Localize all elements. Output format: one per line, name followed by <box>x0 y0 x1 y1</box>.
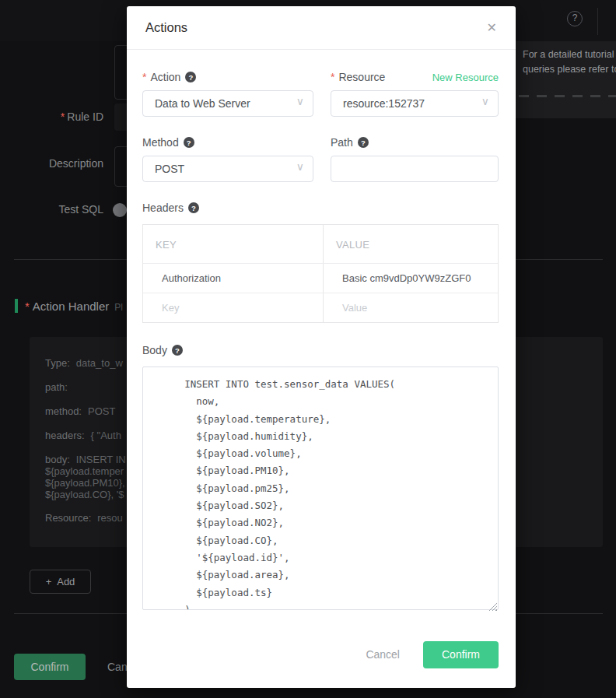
method-select[interactable]: POST ∨ <box>142 156 313 182</box>
body-label: Body ? <box>142 343 499 357</box>
value-column-header: VALUE <box>323 225 498 263</box>
path-input[interactable] <box>343 163 476 175</box>
table-row: Key Value <box>143 293 498 322</box>
add-action-button[interactable]: + Add <box>30 570 91 594</box>
header-divider <box>597 8 598 35</box>
headers-table: KEY VALUE Authorization Basic cm9vdDp0YW… <box>142 224 499 323</box>
close-icon[interactable]: ✕ <box>487 22 497 34</box>
chevron-down-icon: ∨ <box>296 95 304 107</box>
test-sql-toggle[interactable] <box>113 203 127 217</box>
required-asterisk: * <box>331 71 334 83</box>
action-select[interactable]: Data to Web Server ∨ <box>142 90 313 117</box>
help-icon[interactable]: ? <box>188 202 199 213</box>
body-textarea[interactable]: INSERT INTO test.sensor_data VALUES( now… <box>142 367 499 610</box>
required-asterisk: * <box>142 71 146 83</box>
modal-body: * Action ? * Resource New Resource Data … <box>127 50 516 637</box>
headers-label: Headers ? <box>142 201 499 215</box>
required-asterisk: * <box>61 110 65 123</box>
header-key-input[interactable]: Key <box>143 293 323 322</box>
tutorial-line-2: queries please refer to <box>523 62 616 77</box>
path-label: Path ? <box>331 135 499 149</box>
plus-icon: + <box>46 576 52 588</box>
modal-footer: Cancel Confirm <box>127 637 516 688</box>
help-icon[interactable]: ? <box>172 345 183 356</box>
tutorial-line-1: For a detailed tutorial <box>523 47 616 62</box>
modal-header: Actions ✕ <box>127 6 516 50</box>
action-label: * Action ? <box>142 70 313 84</box>
method-label: Method ? <box>142 135 313 149</box>
rule-id-label: *Rule ID <box>0 110 103 123</box>
new-resource-link[interactable]: New Resource <box>432 72 499 83</box>
path-input-wrap <box>331 156 499 182</box>
required-asterisk: * <box>25 300 30 313</box>
modal-title: Actions <box>145 20 187 35</box>
headers-table-head: KEY VALUE <box>143 225 498 263</box>
action-handler-section-header: * Action Handler Pl <box>15 299 123 313</box>
header-key-cell[interactable]: Authorization <box>143 264 323 293</box>
help-icon[interactable]: ? <box>185 72 196 82</box>
test-sql-label: Test SQL <box>0 203 103 216</box>
section-accent-bar <box>15 299 18 313</box>
help-icon[interactable]: ? <box>567 11 583 26</box>
help-icon[interactable]: ? <box>184 137 194 148</box>
resource-select[interactable]: resource:152737 ∨ <box>331 90 499 117</box>
page-confirm-button[interactable]: Confirm <box>14 654 86 680</box>
dashed-divider <box>519 95 616 97</box>
description-label: Description <box>0 157 103 170</box>
actions-modal: Actions ✕ * Action ? * Resource New Reso… <box>127 6 516 688</box>
action-handler-hint: Pl <box>114 300 123 313</box>
key-column-header: KEY <box>143 225 323 263</box>
chevron-down-icon: ∨ <box>296 160 304 173</box>
table-row: Authorization Basic cm9vdDp0YW9zZGF0 <box>143 263 498 293</box>
confirm-button[interactable]: Confirm <box>423 641 499 668</box>
header-value-cell[interactable]: Basic cm9vdDp0YW9zZGF0 <box>323 264 498 293</box>
resource-label: * Resource New Resource <box>331 70 499 84</box>
help-icon[interactable]: ? <box>358 137 369 148</box>
tutorial-text: For a detailed tutorial queries please r… <box>523 47 616 77</box>
action-handler-title: Action Handler <box>33 300 109 313</box>
header-value-input[interactable]: Value <box>323 293 498 322</box>
cancel-button[interactable]: Cancel <box>366 648 400 661</box>
chevron-down-icon: ∨ <box>481 95 489 107</box>
